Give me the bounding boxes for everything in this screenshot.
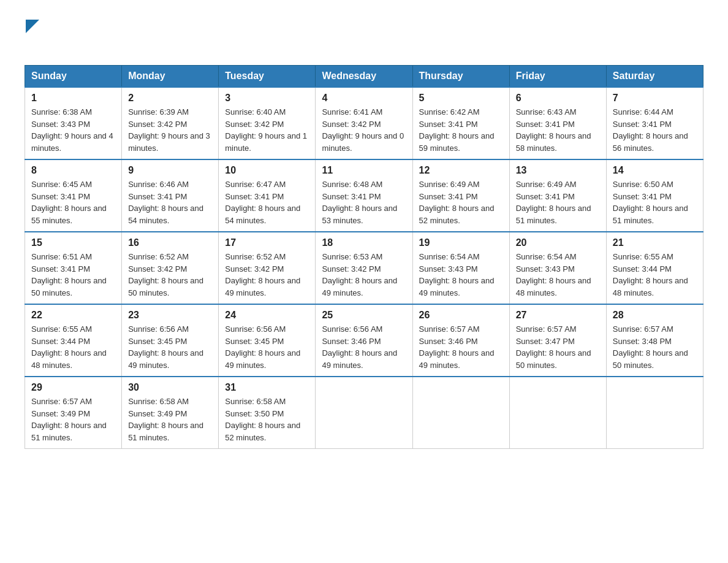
calendar-cell: 9Sunrise: 6:46 AMSunset: 3:41 PMDaylight… bbox=[122, 159, 219, 232]
day-info: Sunrise: 6:55 AMSunset: 3:44 PMDaylight:… bbox=[31, 323, 115, 371]
calendar-cell: 26Sunrise: 6:57 AMSunset: 3:46 PMDayligh… bbox=[412, 304, 509, 377]
day-number: 30 bbox=[128, 382, 212, 393]
day-number: 24 bbox=[225, 310, 309, 321]
day-number: 28 bbox=[613, 310, 697, 321]
calendar-cell: 27Sunrise: 6:57 AMSunset: 3:47 PMDayligh… bbox=[509, 304, 606, 377]
calendar-cell bbox=[509, 377, 606, 449]
calendar-cell bbox=[316, 377, 412, 449]
day-info: Sunrise: 6:56 AMSunset: 3:46 PMDaylight:… bbox=[322, 323, 406, 371]
day-info: Sunrise: 6:57 AMSunset: 3:49 PMDaylight:… bbox=[31, 396, 115, 443]
day-info: Sunrise: 6:57 AMSunset: 3:47 PMDaylight:… bbox=[516, 323, 600, 371]
day-info: Sunrise: 6:43 AMSunset: 3:41 PMDaylight:… bbox=[516, 106, 600, 154]
day-info: Sunrise: 6:49 AMSunset: 3:41 PMDaylight:… bbox=[516, 178, 600, 226]
weekday-header-thursday: Thursday bbox=[412, 66, 509, 88]
calendar-header: SundayMondayTuesdayWednesdayThursdayFrid… bbox=[25, 66, 703, 88]
calendar-week-row: 15Sunrise: 6:51 AMSunset: 3:41 PMDayligh… bbox=[25, 232, 703, 304]
day-number: 3 bbox=[225, 93, 309, 104]
day-number: 11 bbox=[322, 165, 406, 176]
calendar-cell: 25Sunrise: 6:56 AMSunset: 3:46 PMDayligh… bbox=[316, 304, 412, 377]
day-number: 29 bbox=[31, 382, 115, 393]
day-number: 2 bbox=[128, 93, 212, 104]
svg-marker-0 bbox=[26, 20, 39, 33]
calendar-cell: 3Sunrise: 6:40 AMSunset: 3:42 PMDaylight… bbox=[219, 87, 316, 159]
calendar-cell bbox=[606, 377, 703, 449]
day-number: 8 bbox=[31, 165, 115, 176]
day-number: 19 bbox=[419, 237, 503, 248]
day-number: 22 bbox=[31, 310, 115, 321]
calendar-cell: 29Sunrise: 6:57 AMSunset: 3:49 PMDayligh… bbox=[25, 377, 122, 449]
day-info: Sunrise: 6:48 AMSunset: 3:41 PMDaylight:… bbox=[322, 178, 406, 226]
day-number: 31 bbox=[225, 382, 309, 393]
calendar-body: 1Sunrise: 6:38 AMSunset: 3:43 PMDaylight… bbox=[25, 87, 703, 449]
calendar-cell: 13Sunrise: 6:49 AMSunset: 3:41 PMDayligh… bbox=[509, 159, 606, 232]
day-number: 23 bbox=[128, 310, 212, 321]
day-info: Sunrise: 6:54 AMSunset: 3:43 PMDaylight:… bbox=[516, 251, 600, 299]
day-number: 14 bbox=[613, 165, 697, 176]
calendar-cell: 11Sunrise: 6:48 AMSunset: 3:41 PMDayligh… bbox=[316, 159, 412, 232]
calendar-cell: 7Sunrise: 6:44 AMSunset: 3:41 PMDaylight… bbox=[606, 87, 703, 159]
calendar-cell: 23Sunrise: 6:56 AMSunset: 3:45 PMDayligh… bbox=[122, 304, 219, 377]
day-info: Sunrise: 6:53 AMSunset: 3:42 PMDaylight:… bbox=[322, 251, 406, 299]
calendar-cell: 31Sunrise: 6:58 AMSunset: 3:50 PMDayligh… bbox=[219, 377, 316, 449]
day-info: Sunrise: 6:49 AMSunset: 3:41 PMDaylight:… bbox=[419, 178, 503, 226]
weekday-header-saturday: Saturday bbox=[606, 66, 703, 88]
calendar-cell bbox=[412, 377, 509, 449]
calendar-cell: 10Sunrise: 6:47 AMSunset: 3:41 PMDayligh… bbox=[219, 159, 316, 232]
day-number: 20 bbox=[516, 237, 600, 248]
calendar-week-row: 8Sunrise: 6:45 AMSunset: 3:41 PMDaylight… bbox=[25, 159, 703, 232]
day-info: Sunrise: 6:38 AMSunset: 3:43 PMDaylight:… bbox=[31, 106, 115, 154]
calendar-week-row: 1Sunrise: 6:38 AMSunset: 3:43 PMDaylight… bbox=[25, 87, 703, 159]
calendar-cell: 24Sunrise: 6:56 AMSunset: 3:45 PMDayligh… bbox=[219, 304, 316, 377]
day-info: Sunrise: 6:58 AMSunset: 3:49 PMDaylight:… bbox=[128, 396, 212, 443]
calendar-cell: 4Sunrise: 6:41 AMSunset: 3:42 PMDaylight… bbox=[316, 87, 412, 159]
weekday-header-friday: Friday bbox=[509, 66, 606, 88]
weekday-header-row: SundayMondayTuesdayWednesdayThursdayFrid… bbox=[25, 66, 703, 88]
day-number: 1 bbox=[31, 93, 115, 104]
day-number: 25 bbox=[322, 310, 406, 321]
day-info: Sunrise: 6:44 AMSunset: 3:41 PMDaylight:… bbox=[613, 106, 697, 154]
day-info: Sunrise: 6:45 AMSunset: 3:41 PMDaylight:… bbox=[31, 178, 115, 226]
day-number: 4 bbox=[322, 93, 406, 104]
day-info: Sunrise: 6:58 AMSunset: 3:50 PMDaylight:… bbox=[225, 396, 309, 443]
day-number: 27 bbox=[516, 310, 600, 321]
calendar-cell: 19Sunrise: 6:54 AMSunset: 3:43 PMDayligh… bbox=[412, 232, 509, 304]
day-number: 17 bbox=[225, 237, 309, 248]
weekday-header-sunday: Sunday bbox=[25, 66, 122, 88]
day-info: Sunrise: 6:40 AMSunset: 3:42 PMDaylight:… bbox=[225, 106, 309, 154]
day-info: Sunrise: 6:41 AMSunset: 3:42 PMDaylight:… bbox=[322, 106, 406, 154]
calendar-cell: 21Sunrise: 6:55 AMSunset: 3:44 PMDayligh… bbox=[606, 232, 703, 304]
day-number: 18 bbox=[322, 237, 406, 248]
calendar-cell: 14Sunrise: 6:50 AMSunset: 3:41 PMDayligh… bbox=[606, 159, 703, 232]
day-number: 10 bbox=[225, 165, 309, 176]
calendar-cell: 16Sunrise: 6:52 AMSunset: 3:42 PMDayligh… bbox=[122, 232, 219, 304]
calendar-cell: 5Sunrise: 6:42 AMSunset: 3:41 PMDaylight… bbox=[412, 87, 509, 159]
calendar-cell: 17Sunrise: 6:52 AMSunset: 3:42 PMDayligh… bbox=[219, 232, 316, 304]
day-info: Sunrise: 6:57 AMSunset: 3:48 PMDaylight:… bbox=[613, 323, 697, 371]
day-info: Sunrise: 6:56 AMSunset: 3:45 PMDaylight:… bbox=[128, 323, 212, 371]
calendar-cell: 18Sunrise: 6:53 AMSunset: 3:42 PMDayligh… bbox=[316, 232, 412, 304]
day-info: Sunrise: 6:46 AMSunset: 3:41 PMDaylight:… bbox=[128, 178, 212, 226]
day-info: Sunrise: 6:50 AMSunset: 3:41 PMDaylight:… bbox=[613, 178, 697, 226]
day-info: Sunrise: 6:52 AMSunset: 3:42 PMDaylight:… bbox=[128, 251, 212, 299]
day-info: Sunrise: 6:51 AMSunset: 3:41 PMDaylight:… bbox=[31, 251, 115, 299]
logo-triangle-icon bbox=[26, 20, 39, 33]
calendar-table: SundayMondayTuesdayWednesdayThursdayFrid… bbox=[25, 65, 703, 449]
calendar-cell: 22Sunrise: 6:55 AMSunset: 3:44 PMDayligh… bbox=[25, 304, 122, 377]
day-number: 26 bbox=[419, 310, 503, 321]
day-info: Sunrise: 6:47 AMSunset: 3:41 PMDaylight:… bbox=[225, 178, 309, 226]
day-info: Sunrise: 6:42 AMSunset: 3:41 PMDaylight:… bbox=[419, 106, 503, 154]
day-number: 12 bbox=[419, 165, 503, 176]
page-header bbox=[25, 18, 703, 53]
calendar-cell: 12Sunrise: 6:49 AMSunset: 3:41 PMDayligh… bbox=[412, 159, 509, 232]
weekday-header-monday: Monday bbox=[122, 66, 219, 88]
calendar-cell: 2Sunrise: 6:39 AMSunset: 3:42 PMDaylight… bbox=[122, 87, 219, 159]
day-number: 16 bbox=[128, 237, 212, 248]
day-info: Sunrise: 6:52 AMSunset: 3:42 PMDaylight:… bbox=[225, 251, 309, 299]
calendar-week-row: 22Sunrise: 6:55 AMSunset: 3:44 PMDayligh… bbox=[25, 304, 703, 377]
calendar-cell: 8Sunrise: 6:45 AMSunset: 3:41 PMDaylight… bbox=[25, 159, 122, 232]
weekday-header-tuesday: Tuesday bbox=[219, 66, 316, 88]
calendar-cell: 20Sunrise: 6:54 AMSunset: 3:43 PMDayligh… bbox=[509, 232, 606, 304]
calendar-cell: 28Sunrise: 6:57 AMSunset: 3:48 PMDayligh… bbox=[606, 304, 703, 377]
day-number: 9 bbox=[128, 165, 212, 176]
day-info: Sunrise: 6:39 AMSunset: 3:42 PMDaylight:… bbox=[128, 106, 212, 154]
